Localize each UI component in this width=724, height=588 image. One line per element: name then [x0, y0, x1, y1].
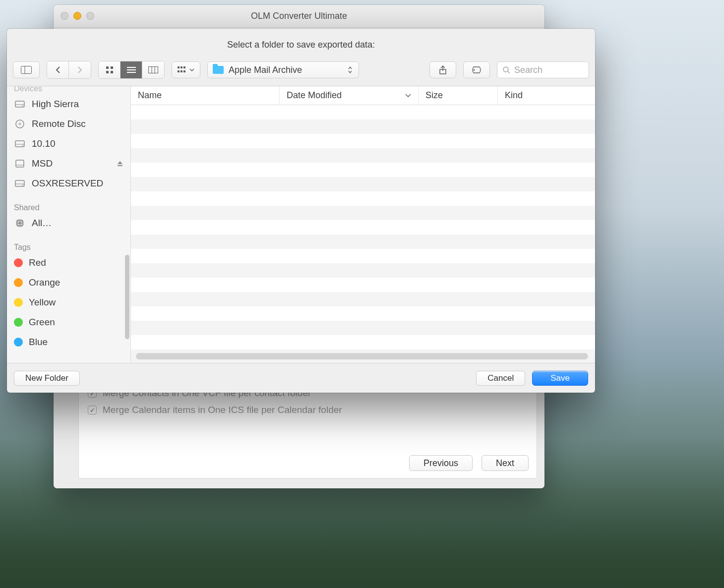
sidebar-item-label: OSXRESERVED [32, 178, 103, 189]
sidebar-device-item[interactable]: 10.10 [7, 134, 130, 154]
svg-rect-16 [181, 70, 182, 72]
sidebar-toggle-button[interactable] [13, 61, 40, 78]
group-by-button[interactable] [172, 61, 200, 78]
path-popup[interactable]: Apple Mail Archive [207, 61, 359, 78]
list-header: Name Date Modified Size Kind [131, 86, 595, 105]
svg-rect-14 [183, 66, 185, 68]
sidebar-section-devices: Devices [7, 86, 130, 94]
optical-disc-icon [14, 118, 26, 130]
file-rows-area[interactable] [131, 105, 595, 363]
internal-disk-icon [14, 138, 26, 150]
share-icon [439, 65, 447, 75]
sidebar-section-tags: Tags [7, 240, 130, 253]
svg-rect-12 [178, 66, 180, 68]
sidebar: DevicesHigh SierraRemote Disc10.10MSDOSX… [7, 86, 131, 363]
share-button[interactable] [429, 61, 456, 78]
tag-icon [471, 66, 482, 73]
sidebar-tag-item[interactable]: Blue [7, 332, 130, 352]
next-button[interactable]: Next [482, 455, 529, 471]
tag-color-dot [14, 258, 23, 267]
checkbox-merge-calendar[interactable]: ✓ [88, 406, 97, 414]
svg-rect-15 [178, 70, 180, 72]
wizard-buttons: Previous Next [409, 455, 529, 471]
eject-icon[interactable] [117, 160, 123, 167]
list-row-empty [131, 220, 595, 235]
view-seg [98, 61, 165, 79]
sidebar-device-item[interactable]: OSXRESERVED [7, 174, 130, 193]
svg-rect-30 [16, 160, 24, 167]
sidebar-icon [21, 66, 32, 74]
svg-rect-2 [106, 66, 109, 69]
external-disk-icon [14, 158, 26, 170]
sidebar-section-shared: Shared [7, 200, 130, 213]
search-icon [502, 66, 510, 74]
save-button[interactable]: Save [532, 371, 588, 386]
columns-icon [148, 66, 158, 73]
list-row-empty [131, 148, 595, 163]
view-icons-button[interactable] [99, 61, 121, 78]
new-folder-button[interactable]: New Folder [14, 371, 80, 386]
grid-icon [106, 66, 114, 74]
list-row-empty [131, 249, 595, 263]
stepper-icon [348, 66, 353, 74]
svg-point-25 [16, 120, 24, 128]
column-date-modified[interactable]: Date Modified [280, 86, 419, 105]
list-row-empty [131, 191, 595, 206]
list-row-empty [131, 235, 595, 249]
option-row: ✓ Merge Calendar items in One ICS file p… [88, 405, 528, 415]
close-window-button[interactable] [60, 12, 68, 20]
sidebar-device-item[interactable]: Remote Disc [7, 114, 130, 134]
sidebar-item-label: Orange [29, 277, 60, 288]
chevron-right-icon [77, 66, 83, 74]
search-field[interactable]: Search [497, 61, 589, 78]
column-size[interactable]: Size [419, 86, 498, 105]
network-icon [14, 217, 26, 229]
settings-panel: ✓ Merge Contacts in One VCF file per con… [78, 379, 537, 478]
view-columns-button[interactable] [142, 61, 164, 78]
svg-point-20 [503, 67, 508, 72]
sidebar-item-label: All… [32, 218, 52, 229]
tag-color-dot [14, 318, 23, 327]
column-kind[interactable]: Kind [498, 86, 595, 105]
sidebar-device-item[interactable]: MSD [7, 154, 130, 174]
minimize-window-button[interactable] [73, 12, 81, 20]
back-button[interactable] [47, 61, 69, 78]
svg-point-19 [474, 69, 475, 71]
sidebar-shared-item[interactable]: All… [7, 213, 130, 233]
svg-rect-32 [118, 165, 122, 166]
svg-point-35 [22, 185, 23, 186]
chevron-down-icon [189, 68, 194, 72]
internal-disk-icon [14, 177, 26, 189]
zoom-window-button[interactable] [86, 12, 94, 20]
sidebar-tag-item[interactable]: Green [7, 312, 130, 332]
svg-line-21 [508, 71, 510, 73]
sidebar-item-label: 10.10 [32, 138, 56, 149]
sidebar-scrollbar[interactable] [125, 255, 129, 339]
sidebar-tag-item[interactable]: Yellow [7, 293, 130, 312]
list-row-empty [131, 306, 595, 321]
column-name[interactable]: Name [131, 86, 280, 105]
list-row-empty [131, 134, 595, 148]
svg-rect-3 [111, 66, 113, 69]
view-list-button[interactable] [121, 61, 142, 78]
cancel-button[interactable]: Cancel [476, 371, 525, 386]
save-panel-sheet: Select a folder to save exported data: [7, 29, 595, 393]
svg-point-29 [22, 145, 23, 146]
forward-button[interactable] [69, 61, 91, 78]
tag-color-dot [14, 338, 23, 347]
toolbar: Apple Mail Archive Search [7, 59, 595, 81]
svg-point-36 [16, 219, 24, 227]
tag-color-dot [14, 278, 23, 287]
svg-rect-5 [111, 71, 113, 73]
horizontal-scrollbar[interactable] [136, 353, 588, 359]
sidebar-tag-item[interactable]: Orange [7, 273, 130, 293]
list-row-empty [131, 206, 595, 220]
tags-button[interactable] [463, 61, 490, 78]
sidebar-tag-item[interactable]: Red [7, 253, 130, 273]
main-window-title: OLM Converter Ultimate [251, 11, 347, 21]
list-row-empty [131, 119, 595, 134]
sidebar-device-item[interactable]: High Sierra [7, 94, 130, 114]
list-row-empty [131, 163, 595, 177]
sheet-footer: New Folder Cancel Save [7, 363, 595, 393]
previous-button[interactable]: Previous [409, 455, 473, 471]
